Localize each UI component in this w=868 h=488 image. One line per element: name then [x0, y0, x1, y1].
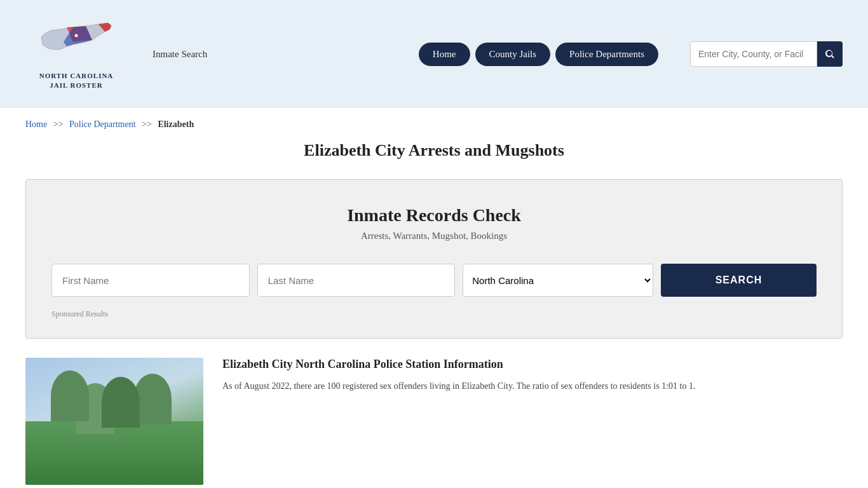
nav-county-jails-button[interactable]: County Jails	[475, 43, 551, 66]
sponsored-label: Sponsored Results	[51, 309, 817, 319]
breadcrumb-separator-1: >>	[53, 119, 64, 129]
inmate-search-form: AlabamaAlaskaArizonaArkansasCaliforniaCo…	[51, 264, 817, 297]
inmate-search-button[interactable]: SEARCH	[661, 264, 817, 297]
state-select[interactable]: AlabamaAlaskaArizonaArkansasCaliforniaCo…	[463, 264, 653, 297]
logo-line2: JAIL ROSTER	[50, 81, 102, 89]
search-icon	[824, 48, 836, 60]
first-name-input[interactable]	[51, 264, 250, 297]
header-search-button[interactable]	[817, 41, 843, 67]
logo-line1: NORTH CAROLINA	[39, 72, 114, 79]
svg-point-4	[74, 34, 78, 37]
records-check-box: Inmate Records Check Arrests, Warrants, …	[25, 179, 843, 339]
main-content: Elizabeth City Arrests and Mugshots Inma…	[0, 141, 868, 488]
nav-police-departments-button[interactable]: Police Departments	[555, 43, 658, 66]
breadcrumb-home-link[interactable]: Home	[25, 119, 47, 129]
header-search-input[interactable]	[690, 41, 817, 67]
nav-home-button[interactable]: Home	[419, 43, 470, 66]
breadcrumb: Home >> Police Department >> Elizabeth	[0, 108, 868, 141]
breadcrumb-police-dept-link[interactable]: Police Department	[69, 119, 136, 129]
city-image	[25, 358, 203, 485]
article-title: Elizabeth City North Carolina Police Sta…	[222, 358, 843, 371]
main-nav: Home County Jails Police Departments	[419, 43, 658, 66]
article-section: Elizabeth City North Carolina Police Sta…	[25, 358, 843, 485]
last-name-input[interactable]	[257, 264, 456, 297]
article-text: As of August 2022, there are 100 registe…	[222, 379, 843, 394]
site-header: NORTH CAROLINA JAIL ROSTER Inmate Search…	[0, 0, 868, 108]
breadcrumb-current: Elizabeth	[158, 119, 194, 129]
records-check-title: Inmate Records Check	[51, 205, 817, 226]
header-search-area	[690, 41, 843, 67]
breadcrumb-separator-2: >>	[142, 119, 152, 129]
logo-text: NORTH CAROLINA JAIL ROSTER	[39, 71, 114, 91]
page-title: Elizabeth City Arrests and Mugshots	[25, 141, 843, 160]
records-check-subtitle: Arrests, Warrants, Mugshot, Bookings	[51, 231, 817, 241]
logo-area: NORTH CAROLINA JAIL ROSTER	[25, 18, 127, 91]
article-content: Elizabeth City North Carolina Police Sta…	[222, 358, 843, 394]
nc-map-logo	[35, 18, 118, 69]
inmate-search-link[interactable]: Inmate Search	[153, 49, 207, 60]
